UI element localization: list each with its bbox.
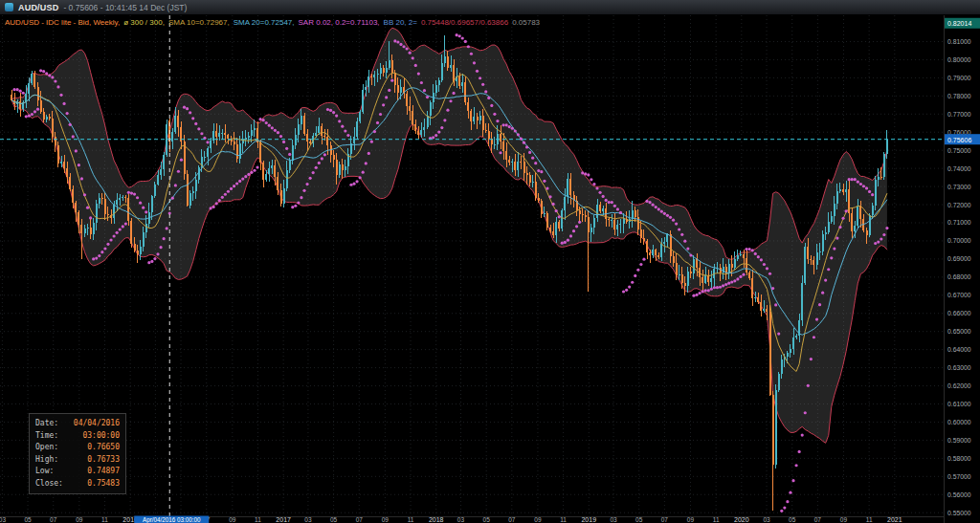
svg-text:11: 11 [255,516,261,523]
svg-text:0.55000: 0.55000 [947,510,971,516]
data-window-row: High:0.76733 [35,454,120,467]
svg-text:0.70000: 0.70000 [947,237,971,244]
cursor-time-label: Apr/04/2016 03:00:00 [134,516,209,523]
svg-text:03: 03 [610,516,617,523]
svg-text:11: 11 [866,516,873,523]
data-window-label: Close: [35,478,63,490]
svg-text:0.56000: 0.56000 [947,491,971,498]
svg-text:05: 05 [789,516,796,523]
svg-text:0.62000: 0.62000 [947,382,971,389]
svg-text:0.68000: 0.68000 [947,273,971,280]
svg-text:0.58000: 0.58000 [947,455,971,462]
svg-text:09: 09 [687,516,695,523]
svg-text:2018: 2018 [429,516,444,523]
svg-text:2019: 2019 [581,516,596,523]
data-window-value: 0.75483 [87,478,120,490]
data-window-label: High: [35,454,58,467]
svg-text:0.67000: 0.67000 [947,292,971,298]
svg-text:0.82014: 0.82014 [947,20,971,27]
last-price-label: 0.75606 [945,134,980,144]
data-window-label: Time: [35,430,58,443]
svg-text:0.63000: 0.63000 [947,364,971,371]
window-title-info: - 0.75606 - 10:41:45 14 Dec (JST) [63,3,187,12]
chart-area[interactable]: 0.810000.800000.790000.780000.770000.760… [0,15,980,523]
svg-text:07: 07 [814,516,822,523]
svg-text:0.79000: 0.79000 [947,75,971,81]
data-window-label: Date: [35,418,58,430]
chart-icon [5,3,13,11]
svg-text:09: 09 [840,516,848,523]
svg-text:11: 11 [560,516,567,523]
data-window-row: Open:0.76650 [35,442,120,454]
svg-text:07: 07 [508,516,516,523]
svg-text:09: 09 [229,516,236,523]
svg-text:0.75606: 0.75606 [947,137,971,143]
svg-text:Apr/04/2016 03:00:00: Apr/04/2016 03:00:00 [143,516,201,523]
svg-text:0.75000: 0.75000 [947,147,971,154]
data-window-label: Low: [35,466,54,478]
data-window-value: 0.76650 [87,442,120,454]
svg-text:05: 05 [330,516,338,523]
data-window-row: Date:04/04/2016 [35,418,120,430]
svg-text:07: 07 [356,516,364,523]
svg-text:0.60000: 0.60000 [947,419,971,425]
svg-text:07: 07 [50,516,57,523]
data-window-value: 0.76733 [87,454,120,467]
svg-text:0.72000: 0.72000 [947,202,971,208]
window-titlebar[interactable]: AUD/USD - 0.75606 - 10:41:45 14 Dec (JST… [0,0,980,15]
svg-text:2020: 2020 [734,516,749,523]
svg-text:0.80000: 0.80000 [947,56,971,63]
svg-text:03: 03 [0,516,6,523]
svg-text:03: 03 [763,516,770,523]
svg-text:05: 05 [635,516,643,523]
svg-text:2017: 2017 [276,516,291,523]
svg-text:11: 11 [408,516,414,523]
svg-text:0.78000: 0.78000 [947,93,971,99]
svg-text:0.61000: 0.61000 [947,401,971,407]
data-window[interactable]: Date:04/04/2016Time:03:00:00Open:0.76650… [29,413,126,494]
svg-text:05: 05 [483,516,491,523]
svg-text:11: 11 [101,516,108,523]
svg-text:07: 07 [661,516,669,523]
svg-text:0.69000: 0.69000 [947,255,971,262]
svg-text:0.73000: 0.73000 [947,184,971,190]
trading-app-window: AUD/USD - 0.75606 - 10:41:45 14 Dec (JST… [0,0,980,523]
svg-text:05: 05 [24,516,32,523]
svg-text:03: 03 [304,516,312,523]
svg-text:2021: 2021 [887,516,902,523]
data-window-row: Time:03:00:00 [35,430,120,443]
price-axis[interactable]: 0.810000.800000.790000.780000.770000.760… [947,38,971,516]
svg-text:0.57000: 0.57000 [947,473,971,480]
window-title-symbol: AUD/USD [18,3,58,12]
data-window-value: 03:00:00 [82,430,120,443]
price-chart-canvas[interactable]: 0.810000.800000.790000.780000.770000.760… [0,15,980,523]
svg-text:0.65000: 0.65000 [947,328,971,335]
svg-text:09: 09 [76,516,83,523]
data-window-row: Low:0.74897 [35,466,120,478]
svg-text:0.77000: 0.77000 [947,111,971,118]
svg-text:0.66000: 0.66000 [947,310,971,316]
data-window-label: Open: [35,442,58,454]
svg-text:09: 09 [382,516,390,523]
svg-text:0.81000: 0.81000 [947,38,971,45]
data-window-value: 04/04/2016 [74,418,120,430]
data-window-row: Close:0.75483 [35,478,120,490]
svg-text:03: 03 [457,516,465,523]
svg-text:0.64000: 0.64000 [947,346,971,353]
data-window-value: 0.74897 [87,466,120,478]
high-marker-label: 0.82014 [945,18,980,29]
svg-text:0.74000: 0.74000 [947,165,971,172]
svg-text:09: 09 [534,516,542,523]
svg-text:11: 11 [713,516,720,523]
svg-text:0.71000: 0.71000 [947,219,971,226]
svg-text:0.59000: 0.59000 [947,437,971,444]
